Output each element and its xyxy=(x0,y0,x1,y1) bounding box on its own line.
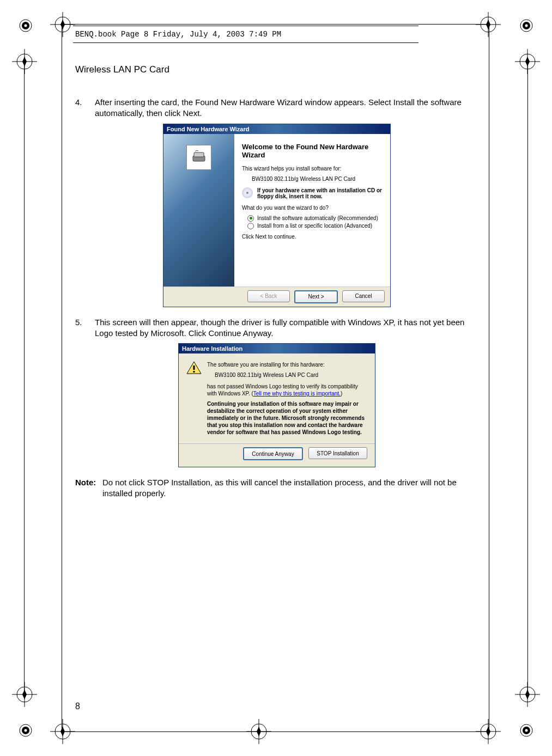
svg-rect-51 xyxy=(193,365,195,370)
wizard-heading: Welcome to the Found New Hardware Wizard xyxy=(242,143,383,159)
step-4: 4. After inserting the card, the Found N… xyxy=(75,97,478,119)
figure-warning: Hardware Installation The software you a… xyxy=(75,343,478,467)
step-5-number: 5. xyxy=(75,317,95,339)
page-number: 8 xyxy=(75,702,80,711)
crop-line-left-inner xyxy=(62,24,62,732)
note: Note: Do not click STOP Installation, as… xyxy=(75,477,478,499)
warn-line2: has not passed Windows Logo testing to v… xyxy=(207,383,367,397)
page-content: Wireless LAN PC Card 4. After inserting … xyxy=(75,64,478,499)
crop-line-top xyxy=(62,24,489,25)
continue-anyway-button[interactable]: Continue Anyway xyxy=(243,447,303,460)
section-title: Wireless LAN PC Card xyxy=(75,64,478,75)
svg-marker-23 xyxy=(486,20,490,29)
crop-line-left xyxy=(24,61,25,695)
corner-dot-tl xyxy=(19,19,33,33)
wizard-question: What do you want the wizard to do? xyxy=(242,205,383,211)
regmark-right-top xyxy=(476,12,501,37)
warn-device: BW3100 802.11b/g Wireless LAN PC Card xyxy=(215,371,367,379)
radio-icon-unchecked xyxy=(247,223,254,229)
step-4-text: After inserting the card, the Found New … xyxy=(95,97,478,119)
wizard-sidebar-image xyxy=(163,134,234,286)
regmark-left-bottom xyxy=(12,682,37,707)
wizard-cd-note: If your hardware came with an installati… xyxy=(257,187,383,199)
svg-rect-52 xyxy=(193,371,195,373)
radio-icon-checked xyxy=(247,215,254,222)
note-label: Note: xyxy=(75,477,102,499)
svg-marker-15 xyxy=(22,57,27,66)
back-button: < Back xyxy=(247,290,290,302)
svg-rect-49 xyxy=(194,153,204,157)
corner-dot-bl xyxy=(19,723,33,737)
step-5-text: This screen will then appear, though the… xyxy=(95,317,478,339)
regmark-left-top xyxy=(12,49,37,74)
corner-dot-br xyxy=(519,723,533,737)
wizard-titlebar: Found New Hardware Wizard xyxy=(163,124,390,134)
pdf-header-bar: BENQ.book Page 8 Friday, July 4, 2003 7:… xyxy=(73,26,418,43)
regmark-top xyxy=(50,12,75,37)
cancel-button[interactable]: Cancel xyxy=(342,290,385,302)
warn-bold: Continuing your installation of this sof… xyxy=(207,400,367,436)
corner-dot-tr xyxy=(519,19,533,33)
wizard-device-name: BW3100 802.11b/g Wireless LAN PC Card xyxy=(252,176,383,182)
next-button[interactable]: Next > xyxy=(294,290,338,303)
wizard-intro: This wizard helps you install software f… xyxy=(242,166,383,172)
warning-icon xyxy=(186,361,202,374)
hardware-installation-dialog: Hardware Installation The software you a… xyxy=(178,343,375,467)
warn-titlebar: Hardware Installation xyxy=(179,344,375,353)
svg-point-8 xyxy=(25,729,27,732)
radio-install-list[interactable]: Install from a list or specific location… xyxy=(247,223,383,229)
warn-line2b: ) xyxy=(341,391,342,397)
radio-label-list: Install from a list or specific location… xyxy=(257,223,372,229)
stop-installation-button[interactable]: STOP Installation xyxy=(308,447,367,459)
warn-line1: The software you are installing for this… xyxy=(207,361,367,368)
note-text: Do not click STOP Installation, as this … xyxy=(102,477,478,499)
crop-line-right-inner xyxy=(489,24,489,732)
warn-link[interactable]: Tell me why this testing is important. xyxy=(253,391,341,397)
svg-point-2 xyxy=(25,25,27,27)
step-4-number: 4. xyxy=(75,97,95,119)
wizard-continue: Click Next to continue. xyxy=(242,234,383,240)
radio-label-auto: Install the software automatically (Reco… xyxy=(257,215,378,221)
cd-icon xyxy=(242,187,253,198)
device-icon xyxy=(186,145,211,170)
crop-line-bottom xyxy=(62,731,489,732)
figure-wizard: Found New Hardware Wizard Welcome to the… xyxy=(75,124,478,307)
pdf-header-text: BENQ.book Page 8 Friday, July 4, 2003 7:… xyxy=(75,30,281,39)
radio-install-auto[interactable]: Install the software automatically (Reco… xyxy=(247,215,383,222)
svg-point-11 xyxy=(525,729,528,732)
crop-line-right xyxy=(527,61,528,695)
step-5: 5. This screen will then appear, though … xyxy=(75,317,478,339)
svg-marker-31 xyxy=(22,690,27,699)
found-new-hardware-wizard: Found New Hardware Wizard Welcome to the… xyxy=(163,124,391,307)
svg-point-5 xyxy=(525,25,528,27)
